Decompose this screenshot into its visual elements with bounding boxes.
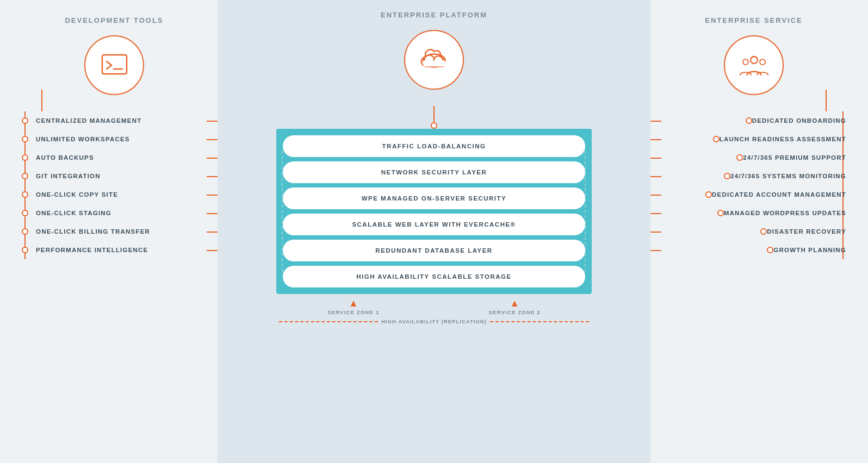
ha-label: HIGH AVAILABILITY (REPLICATION) — [381, 318, 487, 324]
feature-centralized-management: CENTRALIZED MANAGEMENT — [22, 111, 207, 130]
feature-unlimited-workspaces: UNLIMITED WORKSPACES — [22, 130, 207, 148]
feature-launch-readiness: LAUNCH READINESS ASSESSMENT — [661, 130, 846, 148]
feature-dot — [767, 247, 773, 253]
center-top-area — [404, 30, 464, 129]
layer-database: REDUNDANT DATABASE LAYER — [283, 240, 585, 261]
svg-point-6 — [751, 57, 758, 64]
feature-git-integration: GIT INTEGRATION — [22, 167, 207, 185]
feature-systems-monitoring: 24/7/365 SYSTEMS MONITORING — [661, 167, 846, 185]
feature-one-click-billing: ONE-CLICK BILLING TRANSFER — [22, 222, 207, 241]
layer-web-evercache: SCALABLE WEB LAYER WITH EVERCACHE® — [283, 214, 585, 235]
feature-label: GROWTH PLANNING — [773, 247, 846, 253]
feature-dot — [717, 210, 724, 216]
feature-label: CENTRALIZED MANAGEMENT — [36, 117, 141, 124]
zone2-arrow: ▲ — [510, 298, 519, 308]
feature-dot — [724, 173, 730, 179]
svg-rect-5 — [423, 60, 445, 66]
feature-dot — [705, 191, 712, 198]
enterprise-service-list: DEDICATED ONBOARDING LAUNCH READINESS AS… — [661, 111, 846, 259]
enterprise-service-column: ENTERPRISE SERVICE DEDICATED ONBOARDING — [650, 0, 868, 463]
feature-wordpress-updates: MANAGED WORDPRESS UPDATES — [661, 204, 846, 222]
service-zone-2: ▲ SERVICE ZONE 2 — [440, 298, 589, 315]
dev-tools-column: DEVELOPMENT TOOLS CENTRALIZED MANAGEMENT… — [0, 0, 218, 463]
feature-dot — [22, 191, 28, 198]
feature-dedicated-onboarding: DEDICATED ONBOARDING — [661, 111, 846, 130]
feature-label: ONE-CLICK STAGING — [36, 210, 111, 216]
ha-line-right — [490, 321, 589, 322]
platform-layers-box: TRAFFIC LOAD-BALANCING NETWORK SECURITY … — [276, 129, 592, 294]
zone2-label: SERVICE ZONE 2 — [489, 309, 541, 315]
feature-label: DISASTER RECOVERY — [767, 228, 846, 235]
feature-growth-planning: GROWTH PLANNING — [661, 241, 846, 259]
feature-dot — [22, 247, 28, 253]
layer-wpe-security: WPE MANAGED ON-SERVER SECURITY — [283, 187, 585, 209]
enterprise-service-title: ENTERPRISE SERVICE — [705, 16, 803, 24]
svg-point-8 — [760, 59, 765, 65]
cloud-to-platform-line — [433, 106, 435, 122]
service-zones-area: ▲ SERVICE ZONE 1 ▲ SERVICE ZONE 2 — [276, 298, 592, 315]
zone1-arrow: ▲ — [349, 298, 358, 308]
feature-auto-backups: AUTO BACKUPS — [22, 148, 207, 167]
dev-tools-title: DEVELOPMENT TOOLS — [65, 16, 163, 24]
feature-dot — [22, 154, 28, 161]
team-icon — [739, 51, 769, 80]
terminal-icon-circle — [84, 35, 144, 95]
svg-point-7 — [742, 59, 748, 65]
enterprise-platform-column: ENTERPRISE PLATFORM — [218, 0, 650, 463]
feature-dot — [22, 210, 28, 216]
layer-network-security: NETWORK SECURITY LAYER — [283, 161, 585, 183]
feature-dot — [713, 136, 720, 142]
feature-label: 24/7/365 SYSTEMS MONITORING — [730, 173, 846, 179]
feature-label: UNLIMITED WORKSPACES — [36, 136, 130, 142]
feature-dot — [736, 154, 743, 161]
enterprise-platform-title: ENTERPRISE PLATFORM — [381, 11, 487, 19]
feature-disaster-recovery: DISASTER RECOVERY — [661, 222, 846, 241]
feature-dot — [22, 228, 28, 235]
dev-tools-list: CENTRALIZED MANAGEMENT UNLIMITED WORKSPA… — [22, 111, 207, 259]
feature-performance-intelligence: PERFORMANCE INTELLIGENCE — [22, 241, 207, 259]
feature-label: PERFORMANCE INTELLIGENCE — [36, 247, 148, 253]
feature-label: ONE-CLICK BILLING TRANSFER — [36, 228, 150, 235]
feature-label: MANAGED WORDPRESS UPDATES — [724, 210, 846, 216]
feature-label: GIT INTEGRATION — [36, 173, 101, 179]
layer-storage: HIGH AVAILABILITY SCALABLE STORAGE — [283, 266, 585, 287]
feature-dot — [22, 117, 28, 124]
feature-label: AUTO BACKUPS — [36, 154, 94, 161]
feature-label: ONE-CLICK COPY SITE — [36, 191, 118, 198]
main-diagram: DEVELOPMENT TOOLS CENTRALIZED MANAGEMENT… — [0, 0, 868, 463]
cloud-icon — [419, 45, 449, 75]
ha-replication-bar: HIGH AVAILABILITY (REPLICATION) — [279, 318, 589, 324]
service-zone-1: ▲ SERVICE ZONE 1 — [279, 298, 428, 315]
team-icon-circle — [724, 35, 784, 95]
feature-premium-support: 24/7/365 PREMIUM SUPPORT — [661, 148, 846, 167]
feature-dot — [22, 173, 28, 179]
feature-label: DEDICATED ONBOARDING — [752, 117, 846, 124]
layer-traffic: TRAFFIC LOAD-BALANCING — [283, 135, 585, 157]
feature-dot — [22, 136, 28, 142]
feature-dot — [760, 228, 767, 235]
feature-account-management: DEDICATED ACCOUNT MANAGEMENT — [661, 185, 846, 204]
feature-label: LAUNCH READINESS ASSESSMENT — [720, 136, 846, 142]
zone1-label: SERVICE ZONE 1 — [327, 309, 379, 315]
feature-one-click-copy: ONE-CLICK COPY SITE — [22, 185, 207, 204]
right-connector-line — [826, 90, 827, 111]
feature-dot — [746, 117, 752, 124]
terminal-icon — [100, 51, 129, 80]
svg-rect-0 — [102, 55, 127, 74]
cloud-platform-dot — [431, 122, 437, 129]
cloud-icon-circle — [404, 30, 464, 90]
feature-label: DEDICATED ACCOUNT MANAGEMENT — [712, 191, 846, 198]
left-connector-line — [41, 90, 42, 111]
feature-label: 24/7/365 PREMIUM SUPPORT — [743, 154, 846, 161]
feature-one-click-staging: ONE-CLICK STAGING — [22, 204, 207, 222]
ha-line-left — [279, 321, 378, 322]
